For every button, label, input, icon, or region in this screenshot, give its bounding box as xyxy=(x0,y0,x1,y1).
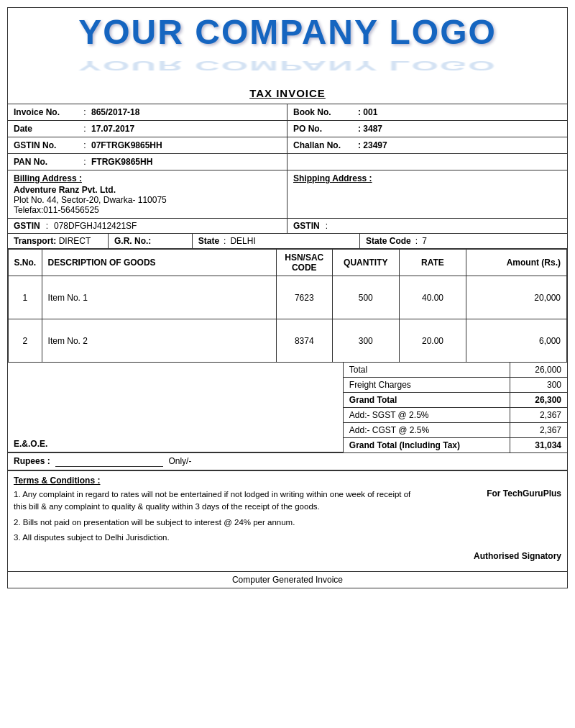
summary-grand-tax-row: Grand Total (Including Tax) 31,034 xyxy=(344,438,567,452)
goods-table: S.No. DESCRIPTION OF GOODS HSN/SAC CODE … xyxy=(8,249,567,363)
item-sno: 2 xyxy=(9,319,42,363)
book-no-label: Book No. xyxy=(293,107,358,117)
invoice-title: TAX INVOICE xyxy=(249,87,326,99)
challan-no-line: Challan No. : 23497 xyxy=(293,140,561,151)
th-rate: RATE xyxy=(399,250,466,276)
table-row: 1 Item No. 1 7623 500 40.00 20,000 xyxy=(9,276,567,319)
challan-no-label: Challan No. xyxy=(293,140,358,150)
for-company: For TechGuruPlus xyxy=(430,488,561,499)
summary-sgst-row: Add:- SGST @ 2.5% 2,367 xyxy=(344,408,567,423)
state-code-value: 7 xyxy=(422,236,427,246)
summary-table: Total 26,000 Freight Charges 300 Grand T… xyxy=(344,363,567,452)
sgst-value: 2,367 xyxy=(510,408,567,422)
state-label: State xyxy=(198,236,219,246)
state-code-colon: : xyxy=(415,236,418,246)
total-label: Total xyxy=(344,363,510,377)
company-logo: YOUR COMPANY LOGO xyxy=(78,15,497,50)
summary-freight-row: Freight Charges 300 xyxy=(344,378,567,393)
date-value: 17.07.2017 xyxy=(91,124,134,134)
challan-no-colon: : 23497 xyxy=(358,140,387,150)
rupees-only: Only/- xyxy=(168,456,191,466)
grand-total-value: 26,300 xyxy=(510,393,567,407)
pan-no-label: PAN No. xyxy=(14,157,78,167)
rupees-label: Rupees : xyxy=(14,456,50,466)
grand-tax-label: Grand Total (Including Tax) xyxy=(344,438,510,452)
book-no-line: Book No. : 001 xyxy=(293,106,561,118)
info-row-1: Invoice No. : 865/2017-18 Book No. : 001 xyxy=(8,104,567,121)
item-qty: 300 xyxy=(332,319,399,363)
rupees-underline xyxy=(55,456,163,467)
po-no-label: PO No. xyxy=(293,124,358,134)
item-hsn: 7623 xyxy=(276,276,332,319)
cgst-label: Add:- CGST @ 2.5% xyxy=(344,423,510,437)
state-value: DELHI xyxy=(230,236,255,246)
info-left-2: Date : 17.07.2017 xyxy=(8,121,288,137)
rupees-cell: Rupees : Only/- xyxy=(8,453,567,470)
gr-cell: G.R. No.: xyxy=(109,234,193,248)
for-company-block: For TechGuruPlus xyxy=(430,488,561,499)
state-code-cell: State Code : 7 xyxy=(360,234,567,248)
logo-wrap: YOUR COMPANY LOGO YOUR COMPANY LOGO xyxy=(78,15,497,81)
date-line: Date : 17.07.2017 xyxy=(14,123,281,135)
summary-grand-row: Grand Total 26,300 xyxy=(344,393,567,408)
item-desc: Item No. 1 xyxy=(42,276,276,319)
pan-no-value: FTRGK9865HH xyxy=(91,157,152,167)
address-section: Billing Address : Adventure Ranz Pvt. Lt… xyxy=(8,170,567,219)
billing-address1: Plot No. 44, Sector-20, Dwarka- 110075 xyxy=(14,195,281,205)
info-left-1: Invoice No. : 865/2017-18 xyxy=(8,104,288,120)
th-amount: Amount (Rs.) xyxy=(466,250,567,276)
th-hsn: HSN/SAC CODE xyxy=(276,250,332,276)
po-no-line: PO No. : 3487 xyxy=(293,123,561,135)
info-row-2: Date : 17.07.2017 PO No. : 3487 xyxy=(8,121,567,137)
transport-cell: Transport: DIRECT xyxy=(8,234,109,248)
grand-tax-value: 31,034 xyxy=(510,438,567,452)
billing-company: Adventure Ranz Pvt. Ltd. xyxy=(14,185,281,195)
total-value: 26,000 xyxy=(510,363,567,377)
invoice-no-value: 865/2017-18 xyxy=(91,107,139,117)
auth-signatory: Authorised Signatory xyxy=(474,551,561,561)
gr-label: G.R. No.: xyxy=(114,236,151,246)
date-colon: : xyxy=(78,124,91,134)
info-right-3: Challan No. : 23497 xyxy=(288,137,567,153)
th-qty: QUANTITY xyxy=(332,250,399,276)
billing-title: Billing Address : xyxy=(14,173,281,183)
logo-reflection: YOUR COMPANY LOGO xyxy=(78,58,497,72)
gstin-no-colon: : xyxy=(78,140,91,150)
th-sno: S.No. xyxy=(9,250,42,276)
freight-label: Freight Charges xyxy=(344,378,510,392)
pan-no-line: PAN No. : FTRGK9865HH xyxy=(14,156,281,168)
transport-label: Transport: xyxy=(14,236,56,246)
billing-gstin-label: GSTIN xyxy=(14,221,40,231)
invoice-no-line: Invoice No. : 865/2017-18 xyxy=(14,106,281,118)
billing-telefax: Telefax:011-56456525 xyxy=(14,205,281,215)
info-row-4: PAN No. : FTRGK9865HH xyxy=(8,154,567,170)
state-code-label: State Code xyxy=(366,236,411,246)
shipping-gstin-label: GSTIN xyxy=(293,221,320,231)
auth-signatory-block: Authorised Signatory xyxy=(14,544,561,564)
item-hsn: 8374 xyxy=(276,319,332,363)
info-left-3: GSTIN No. : 07FTRGK9865HH xyxy=(8,137,288,153)
shipping-gstin-colon: : xyxy=(326,221,328,231)
invoice-no-colon: : xyxy=(78,107,91,117)
item-rate: 40.00 xyxy=(399,276,466,319)
eao-section: E.&.O.E. xyxy=(8,363,344,452)
summary-eao-section: E.&.O.E. Total 26,000 Freight Charges 30… xyxy=(8,363,567,452)
billing-col: Billing Address : Adventure Ranz Pvt. Lt… xyxy=(8,170,288,218)
item-rate: 20.00 xyxy=(399,319,466,363)
billing-gstin-value: 078DFGHJ412421SF xyxy=(54,221,137,231)
info-left-4: PAN No. : FTRGK9865HH xyxy=(8,154,288,170)
gstin-no-value: 07FTRGK9865HH xyxy=(91,140,162,150)
footer-text: Computer Generated Invoice xyxy=(232,575,343,585)
item-amount: 6,000 xyxy=(466,319,567,363)
info-right-4 xyxy=(288,154,567,170)
item-desc: Item No. 2 xyxy=(42,319,276,363)
shipping-title: Shipping Address : xyxy=(293,173,561,183)
gstin-left: GSTIN : 078DFGHJ412421SF xyxy=(8,219,288,233)
invoice-wrapper: YOUR COMPANY LOGO YOUR COMPANY LOGO TAX … xyxy=(7,7,568,588)
gstin-no-line: GSTIN No. : 07FTRGK9865HH xyxy=(14,140,281,151)
item-sno: 1 xyxy=(9,276,42,319)
terms-line1: 1. Any complaint in regard to rates will… xyxy=(14,488,425,514)
item-qty: 500 xyxy=(332,276,399,319)
po-no-colon: : 3487 xyxy=(358,124,382,134)
gstin-right: GSTIN : xyxy=(288,219,567,233)
